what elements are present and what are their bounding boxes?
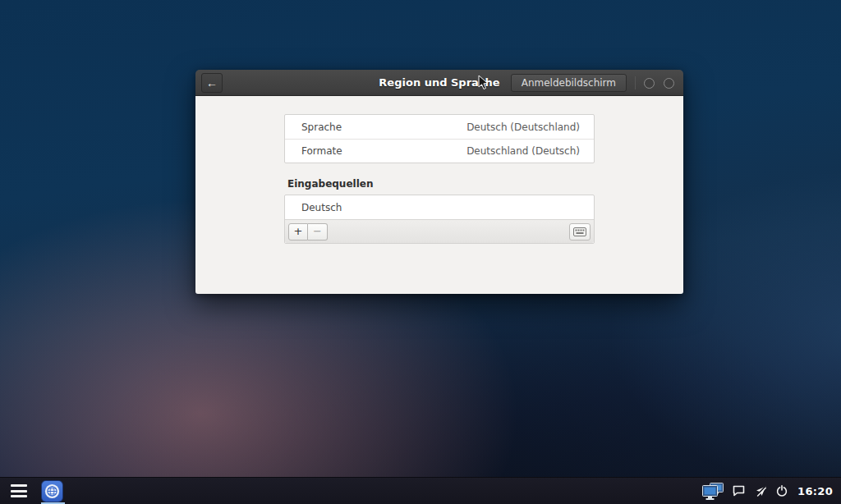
formats-row-value: Deutschland (Deutsch) — [466, 145, 580, 157]
login-screen-button[interactable]: Anmeldebildschirm — [511, 74, 627, 92]
language-row-value: Deutsch (Deutschland) — [466, 121, 580, 133]
keyboard-layout-button[interactable] — [569, 223, 591, 241]
language-format-list: Sprache Deutsch (Deutschland) Formate De… — [284, 114, 595, 163]
network-offline-tray-icon[interactable] — [755, 485, 767, 497]
network-offline-icon — [755, 485, 767, 497]
chat-tray-icon[interactable] — [733, 485, 745, 497]
keyboard-icon — [573, 227, 586, 236]
menu-button[interactable] — [11, 483, 27, 498]
language-row[interactable]: Sprache Deutsch (Deutschland) — [285, 115, 594, 139]
formats-row[interactable]: Formate Deutschland (Deutsch) — [285, 139, 594, 163]
clock[interactable]: 16:20 — [797, 485, 833, 497]
hamburger-icon — [11, 484, 27, 487]
settings-window: ← Region und Sprache Anmeldebildschirm S… — [195, 70, 683, 294]
system-tray: 16:20 — [702, 482, 841, 501]
input-source-item[interactable]: Deutsch — [285, 195, 594, 219]
remove-input-source-button[interactable]: − — [308, 223, 328, 241]
add-input-source-button[interactable]: + — [288, 223, 308, 241]
input-sources-heading: Eingabequellen — [287, 178, 373, 190]
region-language-app-icon[interactable] — [41, 480, 63, 502]
formats-row-label: Formate — [301, 145, 342, 157]
back-arrow-icon: ← — [206, 76, 218, 89]
taskbar: 16:20 — [0, 477, 841, 504]
minimize-button[interactable] — [644, 78, 655, 89]
power-tray-icon[interactable] — [776, 485, 788, 497]
plus-icon: + — [294, 225, 303, 237]
window-content: Sprache Deutsch (Deutschland) Formate De… — [195, 96, 683, 294]
titlebar[interactable]: ← Region und Sprache Anmeldebildschirm — [195, 70, 683, 96]
globe-icon — [44, 483, 60, 499]
add-remove-group: + − — [288, 223, 328, 241]
power-icon — [776, 485, 788, 497]
speech-bubble-icon — [733, 485, 745, 497]
minus-icon: − — [313, 225, 322, 237]
input-source-label: Deutsch — [301, 202, 342, 213]
monitors-icon — [702, 482, 724, 501]
back-button[interactable]: ← — [201, 73, 223, 93]
input-sources-list: Deutsch + − — [284, 195, 595, 244]
displays-tray-icon[interactable] — [702, 482, 724, 501]
close-button[interactable] — [664, 78, 674, 89]
input-sources-toolbar: + − — [285, 219, 594, 243]
language-row-label: Sprache — [301, 121, 342, 133]
titlebar-separator — [635, 76, 636, 89]
